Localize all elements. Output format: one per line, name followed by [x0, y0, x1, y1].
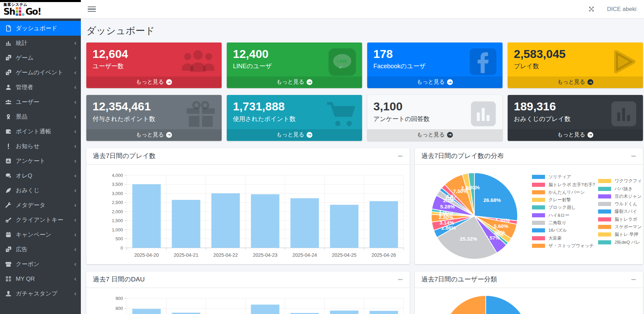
user-menu[interactable]: DICE abeki: [607, 6, 636, 13]
dice-icon: [5, 69, 16, 76]
brand-logo[interactable]: 集客システム Sh Go!: [0, 0, 81, 19]
calendar-icon: [5, 231, 16, 238]
hamburger-menu-button[interactable]: [88, 6, 96, 12]
stat-card-more-link-plays[interactable]: もっと見る➔: [508, 76, 643, 88]
sidebar-item-client-key[interactable]: クライアントキー‹: [0, 213, 81, 227]
chevron-left-icon: ‹: [74, 187, 76, 194]
arrow-circle-right-icon: ➔: [307, 132, 312, 138]
legend-item: ウルドくん: [598, 202, 642, 206]
sidebar-item-users[interactable]: ユーザー‹: [0, 95, 81, 109]
legend-item: 二角取り: [532, 221, 598, 225]
sidebar-item-label: アンケート: [16, 157, 74, 165]
bar-1: [172, 200, 200, 248]
sidebar-item-my-qr[interactable]: MY QR‹: [0, 271, 81, 286]
svg-text:3,000: 3,000: [112, 191, 123, 196]
stat-card-plays: 2,583,045プレイ数もっと見る➔: [508, 43, 643, 88]
legend-label: ハイ&ロー: [548, 212, 570, 218]
panel-dau: 過去7 日間のDAU 0100200300400500600700800900: [86, 271, 410, 314]
chevron-left-icon: ‹: [74, 231, 76, 239]
feather-icon: [5, 187, 16, 194]
sidebar-item-label: MY QR: [16, 276, 74, 282]
sidebar-item-oreq[interactable]: オレQ‹: [0, 168, 81, 183]
sidebar-item-admin[interactable]: 管理者‹: [0, 80, 81, 95]
stat-card-more-link-survey-answers[interactable]: もっと見る➔: [367, 129, 503, 141]
panel-collapse-button[interactable]: [397, 277, 403, 282]
stat-card-value: 12,400: [233, 48, 356, 60]
svg-text:1,000: 1,000: [112, 227, 123, 232]
sidebar-item-coupon[interactable]: クーポン‹: [0, 257, 81, 271]
sidebar-item-label: 管理者: [16, 83, 74, 91]
stat-card-more-link-points-used[interactable]: もっと見る➔: [227, 129, 362, 141]
more-label: もっと見る: [136, 78, 164, 86]
chevron-left-icon: ‹: [74, 84, 76, 91]
plays-bar-chart: 05001,0001,5002,0002,5003,0003,5004,0002…: [86, 165, 410, 264]
panel-collapse-button[interactable]: [397, 154, 403, 159]
award-icon: [5, 113, 16, 120]
legend-item: ワクワクフィ: [598, 179, 642, 183]
sidebar-item-survey[interactable]: アンケート‹: [0, 154, 81, 168]
more-label: もっと見る: [136, 131, 164, 138]
svg-text:800: 800: [115, 306, 123, 311]
sidebar-item-game-event[interactable]: ゲームのイベント‹: [0, 65, 81, 80]
legend-item: 爆裂スパイ: [598, 209, 642, 214]
svg-text:25.32%: 25.32%: [460, 236, 477, 242]
sidebar-item-label: オレQ: [16, 172, 74, 180]
sidebar-item-campaign[interactable]: キャンペーン‹: [0, 227, 81, 242]
sidebar-item-game[interactable]: ゲーム‹: [0, 50, 81, 65]
sidebar-item-news[interactable]: お知らせ‹: [0, 139, 81, 154]
svg-text:5.60%: 5.60%: [494, 223, 508, 229]
legend-label: 脳トレラボ: [615, 216, 637, 222]
dau-bar-chart: 0100200300400500600700800900: [86, 288, 410, 314]
stat-card-label: Facebookのユーザ: [373, 62, 496, 70]
sidebar-item-metadata[interactable]: メタデータ‹: [0, 198, 81, 213]
stat-card-more-link-omikuji-plays[interactable]: もっと見る➔: [508, 129, 643, 141]
stat-card-more-link-facebook-users[interactable]: もっと見る➔: [367, 76, 503, 88]
legend-swatch: [598, 194, 611, 198]
legend-item: かんたんリバーシ: [532, 190, 598, 194]
panel-plays: 過去7日間のプレイ数 05001,0001,5002,0002,5003,000…: [86, 148, 410, 264]
sidebar-item-stats[interactable]: 統計‹: [0, 36, 81, 50]
legend-label: 爆裂スパイ: [615, 208, 637, 215]
sidebar-item-point-book[interactable]: ポイント通帳‹: [0, 124, 81, 139]
legend-label: ソリティア: [548, 174, 571, 180]
sidebar-item-ads[interactable]: 広告‹: [0, 242, 81, 257]
stat-card-more-link-line-users[interactable]: もっと見る➔: [227, 76, 362, 88]
legend-swatch: [598, 225, 611, 229]
sidebar-item-gacha-stamp[interactable]: ガチャスタンプ‹: [0, 286, 81, 301]
sidebar-item-dashboard[interactable]: ダッシュボード: [0, 21, 81, 36]
sidebar-item-omikuji[interactable]: おみくじ‹: [0, 183, 81, 198]
chevron-left-icon: ‹: [74, 246, 76, 253]
stat-card-more-link-points-granted[interactable]: もっと見る➔: [86, 129, 222, 141]
panel-plays-title: 過去7日間のプレイ数: [93, 152, 156, 160]
legend-item: 豆の木ジャン: [598, 194, 642, 198]
poll-icon: [5, 158, 16, 164]
chevron-left-icon: ‹: [74, 98, 76, 106]
legend-label: かんたんリバーシ: [548, 189, 585, 195]
legend-label: ババ抜き: [615, 186, 633, 192]
legend-item: 2拓deQ バレ: [598, 240, 642, 244]
panel-collapse-button[interactable]: [631, 154, 636, 159]
svg-text:26.68%: 26.68%: [483, 197, 501, 203]
stat-cards: 12,604ユーザー数もっと見る➔12,400LINEのユーザLINEもっと見る…: [86, 43, 643, 141]
legend-label: クレー射撃: [548, 197, 571, 203]
more-label: もっと見る: [417, 78, 445, 86]
panel-collapse-button[interactable]: [631, 277, 636, 282]
legend-item: 脳トレラボ 左手?右手?: [532, 182, 598, 187]
sidebar-item-label: メタデータ: [16, 201, 74, 209]
key-icon: [5, 217, 16, 223]
bar-0: [132, 309, 161, 314]
chevron-left-icon: ‹: [74, 172, 76, 180]
stat-card-more-link-users[interactable]: もっと見る➔: [86, 76, 222, 88]
sidebar-item-prizes[interactable]: 景品‹: [0, 109, 81, 124]
chevron-left-icon: ‹: [74, 39, 76, 47]
brand-logo-text-right: Go!: [25, 7, 41, 16]
fullscreen-icon[interactable]: [588, 6, 595, 12]
stat-card-value: 1,731,888: [233, 100, 356, 113]
arrow-circle-right-icon: ➔: [166, 79, 172, 85]
legend-item: ブロック崩し: [532, 205, 598, 210]
legend-swatch: [532, 221, 545, 225]
legend-swatch: [598, 187, 611, 191]
sidebar-item-label: 景品: [16, 113, 74, 121]
legend-label: 脳トレラボ 左手?右手?: [548, 182, 595, 188]
svg-text:0: 0: [121, 245, 123, 250]
